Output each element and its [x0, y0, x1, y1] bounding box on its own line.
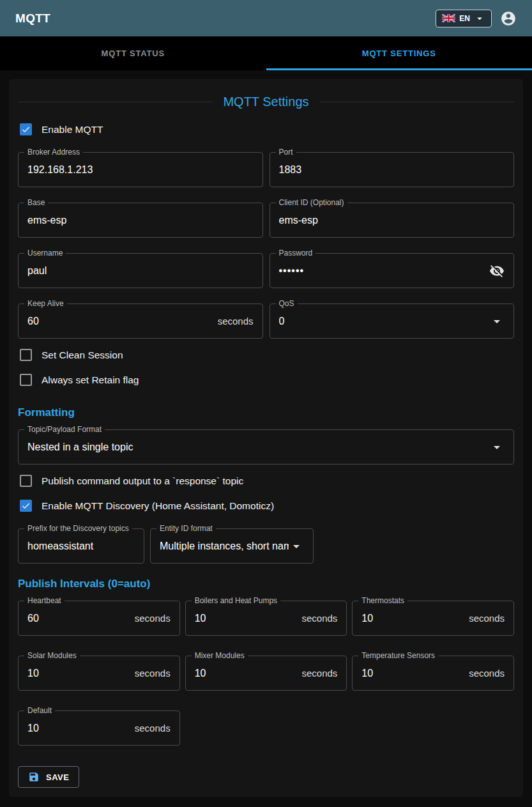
mixer-interval-field[interactable]: Mixer Modules 10 seconds [185, 656, 347, 691]
formatting-heading: Formatting [18, 406, 514, 419]
keep-alive-value: 60 [27, 316, 213, 327]
default-suffix: seconds [135, 723, 171, 734]
boilers-interval-field[interactable]: Boilers and Heat Pumps 10 seconds [185, 601, 347, 636]
qos-label: QoS [276, 299, 298, 308]
heartbeat-suffix: seconds [135, 613, 171, 624]
entity-id-format-label: Entity ID format [156, 524, 216, 533]
tab-bar: MQTT STATUS MQTT SETTINGS [0, 36, 532, 70]
language-selector-button[interactable]: EN [436, 10, 492, 27]
client-id-label: Client ID (Optional) [276, 198, 347, 207]
save-button-label: SAVE [46, 772, 69, 782]
keep-alive-label: Keep Alive [24, 299, 67, 308]
visibility-off-icon [489, 263, 505, 279]
discovery-checkbox[interactable] [20, 500, 32, 512]
discovery-checkbox-row[interactable]: Enable MQTT Discovery (Home Assistant, D… [18, 493, 514, 518]
page-title: MQTT Settings [18, 95, 514, 109]
keep-alive-suffix: seconds [218, 316, 254, 327]
base-label: Base [24, 198, 48, 207]
base-value: ems-esp [27, 215, 254, 226]
keep-alive-field[interactable]: Keep Alive 60 seconds [18, 304, 263, 339]
default-interval-field[interactable]: Default 10 seconds [18, 711, 180, 746]
password-label: Password [276, 249, 316, 257]
enable-mqtt-label: Enable MQTT [42, 124, 103, 135]
solar-value: 10 [27, 668, 130, 679]
app-title: MQTT [15, 12, 50, 26]
discovery-prefix-field[interactable]: Prefix for the Discovery topics homeassi… [18, 528, 144, 564]
username-field[interactable]: Username paul [18, 253, 263, 288]
temperature-label: Temperature Sensors [358, 651, 438, 660]
boilers-value: 10 [195, 613, 297, 624]
entity-id-format-select[interactable]: Entity ID format Multiple instances, sho… [150, 528, 314, 564]
topic-format-row: Topic/Payload Format Nested in a single … [18, 429, 514, 465]
broker-address-label: Broker Address [24, 148, 83, 157]
temperature-suffix: seconds [469, 668, 505, 679]
dropdown-arrow-icon [489, 314, 505, 329]
default-label: Default [24, 706, 55, 715]
discovery-settings-grid: Prefix for the Discovery topics homeassi… [18, 528, 514, 564]
heartbeat-interval-field[interactable]: Heartbeat 60 seconds [18, 601, 180, 636]
mixer-suffix: seconds [301, 668, 337, 679]
tab-mqtt-status[interactable]: MQTT STATUS [0, 36, 266, 70]
solar-interval-field[interactable]: Solar Modules 10 seconds [18, 656, 180, 691]
enable-mqtt-checkbox-row[interactable]: Enable MQTT [18, 117, 514, 142]
main-content: MQTT Settings Enable MQTT Broker Address… [0, 70, 532, 806]
broker-address-value: 192.168.1.213 [27, 164, 254, 176]
topic-format-label: Topic/Payload Format [24, 425, 105, 434]
mixer-value: 10 [195, 668, 297, 679]
thermostats-interval-field[interactable]: Thermostats 10 seconds [352, 601, 514, 636]
discovery-prefix-label: Prefix for the Discovery topics [24, 524, 132, 533]
port-field[interactable]: Port 1883 [270, 152, 515, 187]
entity-id-format-value: Multiple instances, short name [160, 541, 289, 552]
retain-flag-checkbox-row[interactable]: Always set Retain flag [18, 367, 514, 392]
solar-label: Solar Modules [24, 651, 80, 660]
account-button[interactable] [500, 10, 517, 27]
boilers-suffix: seconds [301, 613, 337, 624]
boilers-label: Boilers and Heat Pumps [192, 596, 280, 605]
qos-select[interactable]: QoS 0 [270, 304, 515, 339]
username-value: paul [27, 265, 254, 277]
username-label: Username [24, 249, 66, 257]
dropdown-arrow-icon [289, 539, 304, 554]
retain-flag-checkbox[interactable] [20, 374, 32, 386]
dropdown-arrow-icon [489, 440, 505, 455]
save-button[interactable]: SAVE [18, 766, 79, 788]
heartbeat-label: Heartbeat [24, 596, 65, 605]
qos-value: 0 [279, 316, 490, 327]
toggle-password-visibility-button[interactable] [489, 263, 505, 279]
language-label: EN [459, 14, 470, 23]
retain-flag-label: Always set Retain flag [42, 374, 139, 386]
publish-intervals-heading: Publish Intervals (0=auto) [18, 578, 514, 590]
publish-response-checkbox[interactable] [20, 475, 32, 487]
broker-settings-grid: Broker Address 192.168.1.213 Port 1883 B… [18, 152, 514, 339]
topic-format-select[interactable]: Topic/Payload Format Nested in a single … [18, 429, 514, 465]
account-circle-icon [500, 10, 517, 27]
client-id-field[interactable]: Client ID (Optional) ems-esp [270, 203, 515, 238]
password-value: •••••• [279, 265, 485, 277]
chevron-down-icon [474, 13, 485, 24]
app-bar-actions: EN [436, 10, 517, 27]
temperature-interval-field[interactable]: Temperature Sensors 10 seconds [352, 656, 514, 691]
check-icon [21, 124, 31, 135]
settings-card: MQTT Settings Enable MQTT Broker Address… [9, 79, 523, 797]
password-field[interactable]: Password •••••• [270, 253, 515, 288]
discovery-prefix-value: homeassistant [27, 541, 135, 552]
tab-mqtt-settings[interactable]: MQTT SETTINGS [266, 36, 532, 70]
clean-session-checkbox[interactable] [20, 349, 32, 361]
thermostats-suffix: seconds [469, 613, 505, 624]
broker-address-field[interactable]: Broker Address 192.168.1.213 [18, 152, 263, 187]
discovery-label: Enable MQTT Discovery (Home Assistant, D… [42, 500, 274, 512]
temperature-value: 10 [361, 668, 464, 679]
mixer-label: Mixer Modules [192, 651, 248, 660]
app-bar: MQTT EN [0, 0, 532, 36]
solar-suffix: seconds [135, 668, 171, 679]
heartbeat-value: 60 [27, 613, 130, 624]
publish-response-checkbox-row[interactable]: Publish command output to a `response` t… [18, 468, 514, 493]
clean-session-checkbox-row[interactable]: Set Clean Session [18, 342, 514, 367]
thermostats-value: 10 [361, 613, 464, 624]
publish-intervals-grid: Heartbeat 60 seconds Boilers and Heat Pu… [18, 601, 514, 746]
topic-format-value: Nested in a single topic [27, 442, 489, 453]
base-field[interactable]: Base ems-esp [18, 203, 263, 238]
check-icon [21, 500, 31, 511]
enable-mqtt-checkbox[interactable] [20, 123, 32, 135]
uk-flag-icon [442, 14, 455, 22]
